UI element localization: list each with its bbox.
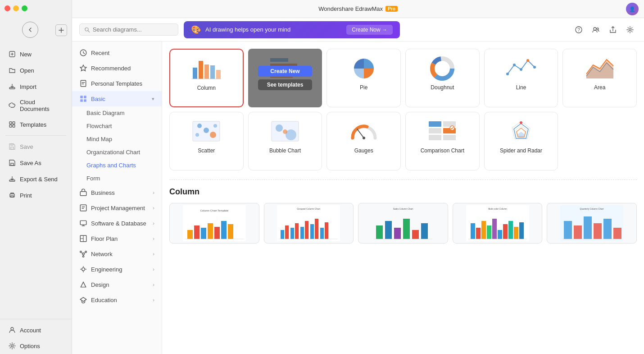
close-button[interactable] — [5, 5, 10, 11]
education-icon — [79, 296, 87, 304]
share-button[interactable] — [606, 23, 620, 37]
back-button[interactable] — [22, 22, 38, 38]
nav-item-design[interactable]: Design › — [72, 277, 162, 292]
sidebar-item-save[interactable]: Save — [3, 139, 69, 154]
nav-item-project[interactable]: Project Management › — [72, 200, 162, 216]
sub-nav-flowchart[interactable]: Flowchart — [72, 120, 162, 133]
template-thumb-4[interactable]: Multi-color Column — [453, 203, 543, 244]
nav-item-business[interactable]: Business › — [72, 185, 162, 200]
chart-card-area[interactable]: Area — [562, 49, 637, 107]
template-thumb-1[interactable]: Column Chart Template — [169, 203, 259, 244]
nav-item-education[interactable]: Education › — [72, 292, 162, 308]
create-new-button[interactable]: Create New — [258, 66, 312, 77]
sidebar-divider-1 — [5, 135, 66, 136]
svg-rect-36 — [84, 99, 86, 102]
nav-item-software[interactable]: Software & Database › — [72, 216, 162, 231]
chevron-down-icon: ▾ — [152, 96, 154, 102]
sidebar-item-label: Templates — [20, 121, 46, 128]
nav-item-label: Personal Templates — [91, 80, 142, 87]
svg-rect-56 — [199, 61, 203, 79]
svg-rect-104 — [201, 228, 206, 239]
sidebar-item-new[interactable]: New — [3, 46, 69, 62]
sidebar-item-save-as[interactable]: Save As — [3, 155, 69, 170]
chart-card-pie[interactable]: Pie — [327, 49, 401, 107]
sub-nav-org-chart[interactable]: Organizational Chart — [72, 146, 162, 159]
sidebar-item-import[interactable]: Import — [3, 79, 69, 94]
sub-nav-graphs-charts[interactable]: Graphs and Charts — [72, 159, 162, 172]
main-panel: Wondershare EdrawMax Pro 👤 🎨 AI drawing … — [72, 0, 644, 354]
svg-rect-12 — [11, 144, 13, 145]
chevron-right-icon: › — [153, 236, 154, 241]
svg-rect-119 — [315, 219, 318, 239]
avatar[interactable]: 👤 — [626, 3, 639, 15]
sidebar-item-label: New — [20, 51, 32, 58]
sub-nav-mind-map[interactable]: Mind Map — [72, 133, 162, 146]
sub-nav-basic-diagram[interactable]: Basic Diagram — [72, 106, 162, 120]
sidebar-item-options[interactable]: Options — [3, 338, 69, 354]
chart-card-gauges[interactable]: Gauges — [327, 112, 401, 170]
svg-rect-107 — [221, 221, 227, 239]
spider-chart-preview — [505, 118, 537, 145]
help-icon: ? — [575, 26, 583, 34]
community-button[interactable] — [589, 23, 603, 37]
export-icon — [8, 175, 16, 183]
ai-create-now-button[interactable]: Create Now → — [346, 25, 393, 35]
maximize-button[interactable] — [22, 5, 27, 11]
nav-item-personal[interactable]: Personal Templates — [72, 76, 162, 91]
svg-rect-34 — [84, 96, 86, 98]
sidebar-item-label: Save As — [20, 160, 41, 166]
svg-point-86 — [363, 137, 365, 139]
pie-chart-preview — [348, 55, 380, 82]
chevron-right-icon: › — [153, 221, 154, 226]
sidebar-item-print[interactable]: Print — [3, 188, 69, 203]
chart-card-line[interactable]: Line — [484, 49, 558, 107]
chart-card-bubble[interactable]: Bubble Chart — [248, 112, 322, 170]
sidebar-item-cloud[interactable]: Cloud Documents — [3, 95, 69, 116]
plus-icon — [58, 27, 64, 33]
sidebar-item-account[interactable]: Account — [3, 322, 69, 338]
see-templates-button[interactable]: See templates — [258, 79, 312, 90]
design-icon — [79, 280, 87, 289]
svg-point-80 — [213, 124, 217, 128]
chart-card-column[interactable]: Column — [169, 49, 244, 107]
nav-item-recommended[interactable]: Recommended — [72, 60, 162, 76]
new-button[interactable] — [55, 24, 67, 36]
chart-card-spider[interactable]: Spider and Radar — [484, 112, 558, 170]
nav-item-basic[interactable]: Basic ▾ — [72, 91, 162, 106]
svg-point-48 — [80, 251, 82, 253]
basic-icon — [79, 95, 87, 103]
minimize-button[interactable] — [13, 5, 19, 11]
svg-rect-112 — [281, 230, 284, 239]
svg-rect-58 — [210, 65, 215, 79]
sidebar-item-templates[interactable]: Templates — [3, 117, 69, 132]
svg-rect-130 — [421, 223, 428, 239]
chart-card-comparison[interactable]: Comparison Chart — [405, 112, 480, 170]
template-thumb-2[interactable]: Grouped Column Chart — [264, 203, 354, 244]
left-nav: Recent Recommended Personal Templates Ba — [72, 41, 162, 354]
template-thumb-3[interactable]: Sales Column Chart — [358, 203, 448, 244]
template-thumb-5[interactable]: Quarterly Column Chart — [547, 203, 637, 244]
search-box[interactable] — [79, 23, 178, 36]
svg-point-19 — [11, 345, 14, 347]
nav-item-engineering[interactable]: Engineering › — [72, 262, 162, 277]
sidebar-item-export[interactable]: Export & Send — [3, 171, 69, 187]
help-button[interactable]: ? — [572, 23, 585, 37]
sidebar-item-open[interactable]: Open — [3, 63, 69, 78]
svg-text:Grouped Column Chart: Grouped Column Chart — [297, 207, 321, 210]
gauges-chart-preview — [348, 118, 380, 145]
settings-button[interactable] — [623, 23, 637, 37]
sub-nav-form[interactable]: Form — [72, 172, 162, 185]
chart-card-scatter[interactable]: Scatter — [169, 112, 244, 170]
nav-item-network[interactable]: Network › — [72, 246, 162, 262]
svg-text:Quarterly Column Chart: Quarterly Column Chart — [580, 207, 604, 210]
chart-card-doughnut[interactable]: Doughnut — [405, 49, 480, 107]
nav-item-floorplan[interactable]: Floor Plan › — [72, 231, 162, 246]
search-input[interactable] — [93, 26, 173, 33]
save-as-icon — [8, 159, 16, 167]
engineering-icon — [79, 265, 87, 273]
chart-card-bar-wrapper[interactable]: Bar Create New See templates — [248, 49, 322, 107]
area-chart-preview — [584, 55, 616, 82]
nav-item-recent[interactable]: Recent — [72, 45, 162, 60]
ai-banner[interactable]: 🎨 AI drawing helps open your mind Create… — [184, 21, 400, 38]
svg-point-76 — [197, 124, 202, 128]
